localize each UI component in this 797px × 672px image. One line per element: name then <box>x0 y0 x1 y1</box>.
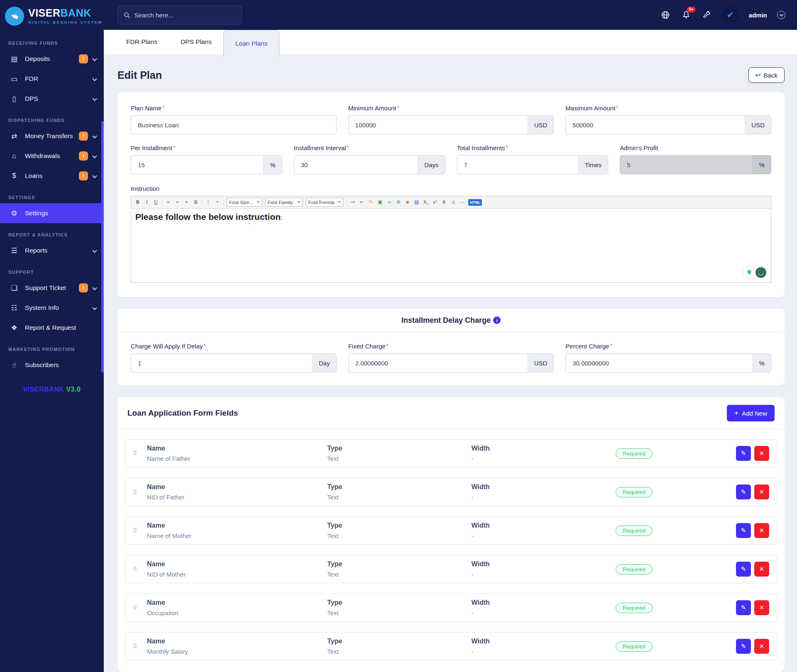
sidebar-nav: RECEIVING FUNDS ▤ Deposits ! ▭ FDR ▯ DPS… <box>0 32 104 375</box>
sidebar: VISERBANK DIGITAL BANKING SYSTEM RECEIVI… <box>0 0 104 672</box>
nav-section: SUPPORT ❏ Support Ticket ! ☷ System Info… <box>0 261 104 338</box>
editor-content[interactable]: Please follow the below instruction: * <box>131 209 771 282</box>
brand-logo-icon <box>5 7 24 26</box>
tab-fdr-plans[interactable]: FDR Plans <box>115 30 169 54</box>
superscript-icon[interactable]: x² <box>432 199 438 205</box>
input-addon: Times <box>578 155 608 174</box>
justify-icon[interactable]: ≣ <box>193 199 199 205</box>
edit-row-button[interactable]: ✎ <box>736 523 751 538</box>
sidebar-item-report-request[interactable]: ❖ Report & Request <box>0 318 104 338</box>
admin-s-profit-input[interactable] <box>620 155 752 174</box>
delete-row-button[interactable]: ✕ <box>754 562 769 577</box>
input-addon: % <box>263 155 282 174</box>
notifications-bell-icon[interactable]: 9+ <box>681 10 692 20</box>
insert-image-icon[interactable]: ▣ <box>377 199 383 205</box>
charge-will-apply-if-delay-input[interactable] <box>131 353 312 373</box>
drag-handle-icon[interactable]: ⠿ <box>133 450 147 457</box>
font-format-dropdown[interactable]: Font Format <box>306 198 344 207</box>
font-size-dropdown[interactable]: Font Size... <box>227 198 262 207</box>
edit-row-button[interactable]: ✎ <box>736 600 751 615</box>
align-right-icon[interactable]: ≡ <box>183 199 190 205</box>
total-installments-input[interactable] <box>457 155 578 174</box>
subscribers-icon: ☝ <box>9 361 19 370</box>
unlink-icon[interactable]: ⊘ <box>395 199 401 205</box>
font-family-dropdown[interactable]: Font Family. <box>265 198 303 207</box>
link-icon[interactable]: ∞ <box>386 199 392 205</box>
toolbar-separator <box>162 199 162 206</box>
admin-avatar[interactable]: ✔ <box>722 7 739 23</box>
row-type-header: Type <box>327 638 471 645</box>
sidebar-item-deposits[interactable]: ▤ Deposits ! <box>0 49 104 69</box>
edit-image-icon[interactable]: ✎ <box>368 199 374 205</box>
delete-row-button[interactable]: ✕ <box>754 600 769 615</box>
emoticon-icon[interactable]: ☻ <box>404 199 411 205</box>
page-edit-icon[interactable]: ▤ <box>413 199 420 205</box>
minimum-amount-input[interactable] <box>348 115 528 134</box>
maximum-amount-input[interactable] <box>565 115 745 134</box>
italic-icon[interactable]: I <box>144 199 150 205</box>
edit-row-button[interactable]: ✎ <box>736 446 751 461</box>
grammar-bulb-icon[interactable] <box>744 267 755 278</box>
underline-icon[interactable]: U <box>153 199 159 205</box>
sidebar-scrollbar[interactable] <box>101 121 104 373</box>
drag-handle-icon[interactable]: ⠿ <box>133 527 147 534</box>
row-width-value: - <box>472 648 616 655</box>
horizontal-rule-icon[interactable]: — <box>459 199 465 205</box>
pencil-icon: ✎ <box>741 450 746 457</box>
text-color-icon[interactable]: A <box>450 199 456 205</box>
bullet-list-icon[interactable]: • <box>214 199 220 205</box>
tools-wrench-icon[interactable] <box>702 10 712 20</box>
sidebar-item-fdr[interactable]: ▭ FDR <box>0 69 104 89</box>
indent-icon[interactable]: ⇥ <box>350 199 356 205</box>
drag-handle-icon[interactable]: ⠿ <box>133 604 147 611</box>
ordered-list-icon[interactable]: ⋮ <box>205 199 211 205</box>
row-width-header: Width <box>472 599 616 606</box>
tab-dps-plans[interactable]: DPS Plans <box>169 30 223 54</box>
input-addon: % <box>753 353 771 373</box>
sidebar-item-loans[interactable]: $ Loans ! <box>0 166 104 186</box>
drag-handle-icon[interactable]: ⠿ <box>133 643 147 650</box>
brand-logo[interactable]: VISERBANK DIGITAL BANKING SYSTEM <box>0 0 104 32</box>
info-icon[interactable]: i <box>493 317 501 324</box>
field-plan-name: Plan Name* <box>131 105 337 134</box>
sidebar-item-settings[interactable]: ⚙ Settings <box>0 203 104 223</box>
alert-badge: ! <box>79 151 88 161</box>
grammar-status-icon[interactable]: ◡ <box>755 267 766 278</box>
delete-row-button[interactable]: ✕ <box>754 523 769 538</box>
sidebar-item-reports[interactable]: ☰ Reports <box>0 241 104 261</box>
sidebar-item-system-info[interactable]: ☷ System Info <box>0 298 104 318</box>
html-source-button[interactable]: HTML <box>468 199 482 206</box>
per-installment-input[interactable] <box>131 155 263 174</box>
search-input[interactable] <box>134 12 236 19</box>
align-center-icon[interactable]: ≡ <box>174 199 181 205</box>
tab-loan-plans[interactable]: Loan Plans <box>223 30 280 56</box>
sidebar-item-subscribers[interactable]: ☝ Subscribers <box>0 355 104 375</box>
drag-handle-icon[interactable]: ⠿ <box>133 566 147 572</box>
fixed-charge-input[interactable] <box>348 353 528 373</box>
language-globe-icon[interactable] <box>660 10 671 20</box>
delete-row-button[interactable]: ✕ <box>754 485 769 499</box>
delete-row-button[interactable]: ✕ <box>754 446 769 461</box>
admin-menu-chevron-icon[interactable] <box>777 11 785 19</box>
edit-row-button[interactable]: ✎ <box>736 562 751 577</box>
sidebar-item-dps[interactable]: ▯ DPS <box>0 89 104 109</box>
back-button[interactable]: ↩ Back <box>748 67 785 83</box>
installment-interval-input[interactable] <box>294 155 418 174</box>
sidebar-item-money-transfers[interactable]: ⇄ Money Transfers ! <box>0 126 104 146</box>
sidebar-item-support-ticket[interactable]: ❏ Support Ticket ! <box>0 278 104 298</box>
align-left-icon[interactable]: ≡ <box>165 199 171 205</box>
editor-heading-text: Please follow the below instruction: <box>135 212 767 222</box>
edit-row-button[interactable]: ✎ <box>736 485 751 499</box>
strikethrough-icon[interactable]: S <box>441 199 447 205</box>
sidebar-item-withdrawals[interactable]: ⌂ Withdrawals ! <box>0 146 104 166</box>
outdent-icon[interactable]: ⇤ <box>359 199 365 205</box>
money-fan-icon <box>8 10 21 22</box>
percent-charge-input[interactable] <box>565 353 752 373</box>
plan-name-input[interactable] <box>131 115 337 134</box>
drag-handle-icon[interactable]: ⠿ <box>133 489 147 495</box>
add-new-button[interactable]: + Add New <box>727 405 775 421</box>
delete-row-button[interactable]: ✕ <box>754 639 769 654</box>
edit-row-button[interactable]: ✎ <box>736 639 751 654</box>
subscript-icon[interactable]: X₂ <box>423 199 429 205</box>
bold-icon[interactable]: B <box>134 199 141 205</box>
